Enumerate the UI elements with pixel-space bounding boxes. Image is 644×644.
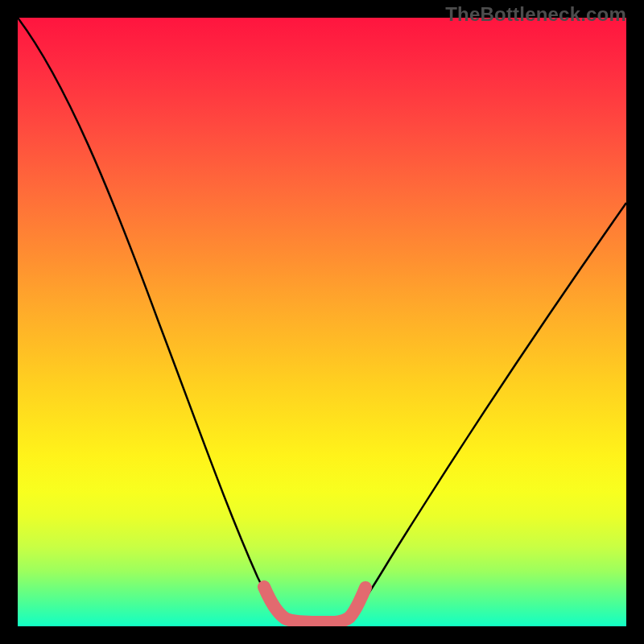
watermark: TheBottleneck.com [445,3,626,26]
chart-stage: TheBottleneck.com [0,0,644,644]
bottleneck-curve [18,18,626,622]
curve-layer [18,18,626,626]
optimal-range-highlight [264,587,365,622]
plot-area [18,18,626,626]
